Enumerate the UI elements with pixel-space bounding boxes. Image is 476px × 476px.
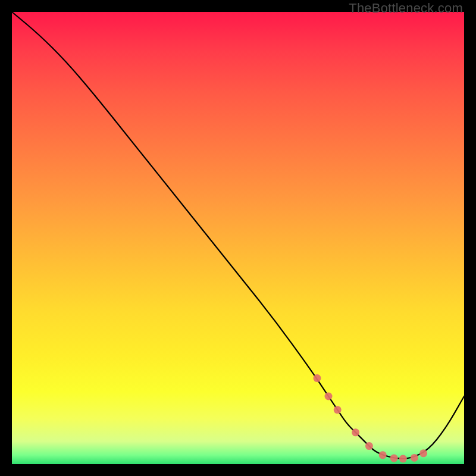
marker-point bbox=[352, 428, 359, 436]
marker-point bbox=[419, 449, 427, 457]
marker-point bbox=[314, 374, 321, 382]
watermark-text: TheBottleneck.com bbox=[349, 1, 463, 16]
curve-svg bbox=[12, 12, 464, 464]
marker-point bbox=[365, 442, 373, 450]
marker-point bbox=[411, 454, 418, 462]
marker-point bbox=[379, 451, 387, 459]
bottleneck-curve bbox=[12, 12, 464, 459]
marker-point bbox=[390, 455, 398, 462]
plot-area bbox=[12, 12, 464, 464]
marker-point bbox=[325, 393, 333, 400]
curve-markers bbox=[314, 374, 428, 462]
marker-point bbox=[399, 455, 407, 462]
marker-point bbox=[334, 406, 342, 414]
chart-frame: TheBottleneck.com bbox=[0, 0, 476, 476]
